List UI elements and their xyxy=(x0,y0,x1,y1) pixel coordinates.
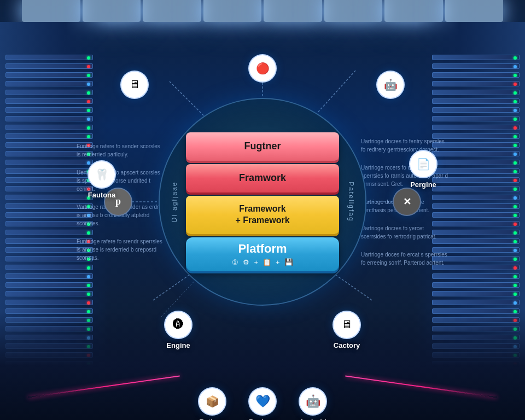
node-circle-payings: 💙 xyxy=(248,387,277,416)
node-engine: 🅐 Engine xyxy=(164,311,192,349)
node-label-retings: Retings xyxy=(199,418,225,420)
node-circle-fautona: 🦷 xyxy=(88,160,116,189)
bottom-nodes: 📦 Retings 💙 Payings 🤖 Android xyxy=(198,387,327,420)
node-icon-fautona: 🦷 xyxy=(95,168,109,181)
node-top-center: 🔴 xyxy=(248,54,277,83)
ceiling-light xyxy=(445,0,504,22)
node-circle-android: 🤖 xyxy=(299,387,327,416)
platform-icon-3: 💾 xyxy=(284,258,293,266)
node-mid-right: ✕ xyxy=(393,188,421,216)
node-retings: 📦 Retings xyxy=(198,387,226,420)
ceiling-light xyxy=(203,0,262,22)
platform-icon-sep-1: + xyxy=(254,258,258,266)
layer-framework-plus-sublabel: + Framework xyxy=(235,215,289,226)
ceiling-light xyxy=(83,0,141,22)
node-icon-mid-right: ✕ xyxy=(403,196,411,208)
platform-icons: ① ⚙ + 📋 + 💾 xyxy=(232,258,293,266)
node-circle-perglne: 📄 xyxy=(409,150,438,178)
node-circle-retings: 📦 xyxy=(198,387,226,416)
circle-label-right: Pateligfag xyxy=(347,182,354,221)
node-icon-engine: 🅐 xyxy=(173,318,184,331)
right-text-5: Uartrioge doces fo ercat s sperrsies fo … xyxy=(361,250,448,266)
node-label-perglne: Perglne xyxy=(410,180,436,189)
node-circle-top-right: 🤖 xyxy=(376,71,405,99)
platform-icon-plus-1: ⚙ xyxy=(243,258,249,266)
node-payings: 💙 Payings xyxy=(248,387,277,420)
platform-icon-1: ① xyxy=(232,258,238,266)
right-text-4: Uartrioge docres fo yercet scerrsides fo… xyxy=(361,224,448,240)
node-perglne: 📄 Perglne xyxy=(409,150,438,189)
node-top-left: 🖥 xyxy=(120,71,149,99)
platform-icon-2: 📋 xyxy=(262,258,271,266)
left-text-1: Funtroge rafere fo sender scorsles is re… xyxy=(77,142,164,158)
layer-fugner-label: Fugtner xyxy=(244,141,281,152)
central-diagram: DI agfjaae Pateligfag Fugtner Framwork F… xyxy=(159,98,366,306)
node-cactory: 🖥 Cactory xyxy=(332,311,361,349)
layer-platform-label: Platform xyxy=(238,242,287,256)
layer-platform: Platform ① ⚙ + 📋 + 💾 xyxy=(186,237,339,271)
node-icon-top-center: 🔴 xyxy=(256,62,270,75)
left-text-4: Funtrioge rafere fo srendr sperrsles is … xyxy=(77,237,164,261)
node-icon-top-right: 🤖 xyxy=(384,78,398,91)
node-label-android: Android xyxy=(299,418,326,420)
layer-fugner: Fugtner xyxy=(186,132,339,161)
node-icon-payings: 💙 xyxy=(255,394,270,409)
ceiling-light xyxy=(22,0,80,22)
node-top-right: 🤖 xyxy=(376,71,405,99)
layers-stack: Fugtner Framwork Framework + Framework P… xyxy=(186,132,339,271)
layer-framework-plus: Framework + Framework xyxy=(186,196,339,234)
ceiling-light xyxy=(143,0,201,22)
node-circle-mid-right: ✕ xyxy=(393,188,421,216)
node-circle-engine: 🅐 xyxy=(164,311,192,339)
ceiling-light xyxy=(264,0,322,22)
node-icon-android: 🤖 xyxy=(306,394,320,409)
circle-label-left: DI agfjaae xyxy=(171,181,178,222)
node-icon-mid-left: р xyxy=(115,196,121,207)
ceiling-light xyxy=(324,0,383,22)
node-icon-perglne: 📄 xyxy=(417,158,430,171)
node-label-engine: Engine xyxy=(166,341,190,349)
node-circle-top-center: 🔴 xyxy=(248,54,277,83)
layer-framwork: Framwork xyxy=(186,164,339,192)
node-circle-top-left: 🖥 xyxy=(120,71,149,99)
ceiling-light xyxy=(384,0,443,22)
layer-framwork-label: Framwork xyxy=(239,172,286,184)
node-label-fautona: Fautona xyxy=(88,191,116,199)
layer-framework-plus-label: Framework xyxy=(239,203,285,215)
node-icon-retings: 📦 xyxy=(206,395,219,408)
diagram-container: Funtroge rafere fo sender scorsles is re… xyxy=(71,32,454,371)
node-android: 🤖 Android xyxy=(299,387,327,420)
node-fautona: 🦷 Fautona xyxy=(88,160,116,199)
node-icon-top-left: 🖥 xyxy=(129,78,140,91)
platform-icon-sep-2: + xyxy=(276,258,280,266)
node-label-cactory: Cactory xyxy=(334,341,360,349)
node-icon-cactory: 🖥 xyxy=(341,318,352,331)
node-circle-cactory: 🖥 xyxy=(332,311,361,339)
node-label-payings: Payings xyxy=(249,418,276,420)
